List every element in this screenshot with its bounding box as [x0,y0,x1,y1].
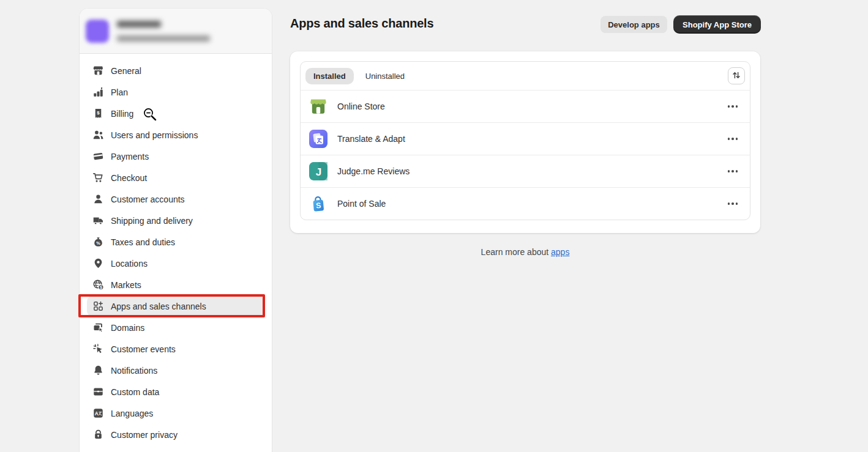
person-icon [92,193,104,206]
sidebar-item-label: Shipping and delivery [111,216,193,226]
sidebar-item-label: Markets [111,280,141,290]
sidebar-item-customer-accounts[interactable]: Customer accounts [87,188,264,210]
plan-icon [92,86,104,98]
sidebar-item-billing[interactable]: $ Billing [87,103,264,124]
tab-uninstalled[interactable]: Uninstalled [357,68,413,84]
store-icon [92,65,104,77]
sidebar-item-label: Customer privacy [111,430,178,440]
online-store-app-icon [309,97,327,116]
bell-icon [92,365,104,377]
sidebar-item-label: Customer accounts [111,195,185,204]
sidebar-item-label: Custom data [111,387,159,397]
sidebar-item-languages[interactable]: A Languages [87,402,264,424]
app-row-menu-button[interactable] [724,134,742,144]
sidebar-item-shipping-and-delivery[interactable]: Shipping and delivery [87,210,264,231]
app-name: Online Store [337,102,385,111]
sidebar-item-apps-and-sales-channels[interactable]: Apps and sales channels [87,295,264,317]
app-name: Translate & Adapt [337,134,405,144]
sidebar-item-label: Payments [111,152,149,161]
sidebar-item-label: Apps and sales channels [111,302,206,311]
svg-text:$: $ [97,110,100,116]
store-avatar [86,20,109,43]
tab-installed[interactable]: Installed [305,68,354,84]
app-name: Judge.me Reviews [337,166,410,176]
sidebar-item-notifications[interactable]: Notifications [87,360,264,381]
domains-icon [92,322,104,334]
app-row-judge-me-reviews[interactable]: J Judge.me Reviews [301,155,750,187]
sidebar-item-label: Checkout [111,173,147,183]
svg-text:J: J [316,166,322,178]
apps-list: Online Store Translate & Adapt J Judge.m… [301,90,750,220]
apps-link[interactable]: apps [551,247,569,257]
users-icon [92,129,104,141]
sidebar-item-markets[interactable]: $ Markets [87,274,264,295]
apps-list-box: Installed Uninstalled O [300,61,750,220]
sidebar-item-customer-events[interactable]: Customer events [87,338,264,360]
sidebar-item-customer-privacy[interactable]: Customer privacy [87,424,264,445]
app-name: Point of Sale [337,199,386,209]
learn-more-prefix: Learn more about [481,247,549,257]
sidebar-item-plan[interactable]: Plan [87,81,264,103]
sort-button[interactable] [728,67,745,84]
settings-page: { "store_header": { "redacted": true }, … [0,0,868,452]
sidebar-item-label: Languages [111,409,153,418]
sidebar-item-users-and-permissions[interactable]: Users and permissions [87,124,264,146]
settings-sidebar: General Plan $ Billing Users and permiss… [80,9,272,452]
sidebar-nav: General Plan $ Billing Users and permiss… [80,54,272,451]
money-bag-icon: % [92,236,104,248]
lock-icon [92,429,104,441]
apps-card: Installed Uninstalled O [290,51,760,233]
translate-icon: A [92,407,104,420]
data-box-icon [92,386,104,398]
checkout-cart-icon [92,172,104,184]
app-row-menu-button[interactable] [724,102,742,111]
page-title: Apps and sales channels [290,17,433,31]
sidebar-item-taxes-and-duties[interactable]: % Taxes and duties [87,231,264,253]
sort-arrows-icon [731,70,742,83]
sidebar-item-label: Billing [111,109,133,119]
shopify-app-store-button[interactable]: Shopify App Store [673,15,761,34]
sidebar-item-checkout[interactable]: Checkout [87,167,264,188]
map-pin-icon [92,257,104,270]
svg-text:A: A [94,411,98,417]
sidebar-item-label: Domains [111,323,144,333]
sidebar-item-label: Users and permissions [111,130,198,140]
judgeme-app-icon: J [309,162,327,180]
apps-grid-icon [92,300,104,313]
app-row-menu-button[interactable] [724,166,742,176]
app-row-menu-button[interactable] [724,199,742,209]
cursor-click-icon [92,343,104,355]
app-row-point-of-sale[interactable]: S Point of Sale [301,187,750,220]
sidebar-item-general[interactable]: General [87,60,264,81]
sidebar-item-label: Notifications [111,366,157,376]
sidebar-item-locations[interactable]: Locations [87,253,264,274]
globe-dollar-icon: $ [92,279,104,291]
point-of-sale-app-icon: S [309,195,327,213]
svg-text:S: S [316,201,321,210]
learn-more-text: Learn more about apps [290,247,760,257]
sidebar-item-label: General [111,66,141,76]
store-switcher[interactable] [80,9,272,54]
apps-tabs-row: Installed Uninstalled [301,62,750,90]
sidebar-item-domains[interactable]: Domains [87,317,264,338]
sidebar-item-custom-data[interactable]: Custom data [87,381,264,402]
sidebar-item-label: Plan [111,87,128,97]
translate-adapt-app-icon [309,130,327,148]
store-identity [117,21,210,42]
sidebar-item-label: Taxes and duties [111,237,175,247]
sidebar-item-label: Customer events [111,344,176,354]
app-row-online-store[interactable]: Online Store [301,90,750,122]
truck-icon [92,215,104,227]
store-domain-redacted [117,35,210,42]
sidebar-item-label: Locations [111,259,148,269]
svg-text:$: $ [100,285,102,290]
payments-icon [92,150,104,163]
store-name-redacted [117,21,161,28]
app-row-translate-adapt[interactable]: Translate & Adapt [301,122,750,155]
billing-icon: $ [92,108,104,120]
svg-text:%: % [96,240,100,246]
sidebar-item-payments[interactable]: Payments [87,146,264,167]
develop-apps-button[interactable]: Develop apps [600,16,667,33]
